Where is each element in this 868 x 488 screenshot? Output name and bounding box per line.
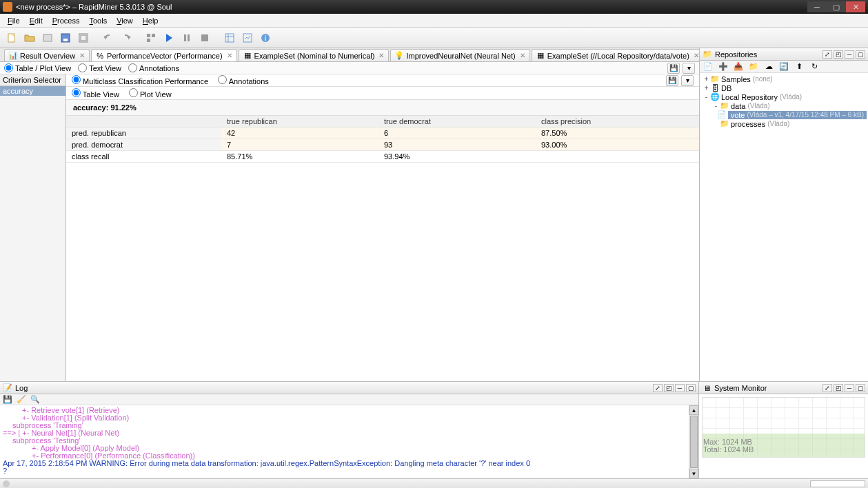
table-row: pred. republican 42 6 87.50% xyxy=(66,128,699,139)
menu-help[interactable]: Help xyxy=(138,15,163,26)
refresh-button[interactable]: ↻ xyxy=(809,61,820,72)
minimize-button[interactable]: ─ xyxy=(807,1,827,12)
results-view-button[interactable] xyxy=(240,30,255,45)
table-row: class recall 85.71% 93.94% xyxy=(66,151,699,163)
menu-tools[interactable]: Tools xyxy=(84,15,112,26)
scroll-down[interactable]: ▼ xyxy=(689,469,698,478)
repositories-header: 📁 Repositories ⤢ ◰ ─ ▢ xyxy=(700,48,868,61)
tab-example-set-nominal[interactable]: ▦ ExampleSet (Nominal to Numerical) ✕ xyxy=(239,49,390,61)
panel-btn[interactable]: ─ xyxy=(845,384,854,392)
tab-result-overview[interactable]: 📊 Result Overview ✕ xyxy=(4,49,90,61)
folder-button[interactable]: 📁 xyxy=(748,61,759,72)
radio-perf-annotations[interactable]: Annotations xyxy=(218,75,269,85)
new-repo-button[interactable]: 📄 xyxy=(703,61,714,72)
close-icon[interactable]: ✕ xyxy=(520,52,525,59)
table-icon: ▦ xyxy=(243,52,252,60)
export-button[interactable]: 💾 xyxy=(667,63,680,74)
design-view-button[interactable] xyxy=(222,30,237,45)
open-recent-button[interactable] xyxy=(40,30,55,45)
menu-view[interactable]: View xyxy=(112,15,138,26)
tree-item[interactable]: -🌐Local Repository(Vláda) xyxy=(701,92,867,101)
log-body: +- Retrieve vote[1] (Retrieve)+- Validat… xyxy=(0,405,698,478)
tree-item[interactable]: +🗄DB xyxy=(701,83,867,92)
window-title: <new process*> – RapidMiner 5.3.013 @ So… xyxy=(16,3,807,11)
menu-file[interactable]: File xyxy=(3,15,25,26)
redo-button[interactable] xyxy=(119,30,134,45)
add-repo-button[interactable]: ➕ xyxy=(718,61,729,72)
panel-btn[interactable]: ⤢ xyxy=(653,384,663,392)
close-icon[interactable]: ✕ xyxy=(79,52,85,59)
run-button[interactable] xyxy=(161,30,176,45)
col-header xyxy=(66,116,221,128)
svg-text:i: i xyxy=(265,34,266,42)
sync-button[interactable]: 🔄 xyxy=(778,61,789,72)
panel-btn[interactable]: ◰ xyxy=(664,384,674,392)
info-button[interactable]: i xyxy=(258,30,273,45)
tab-example-set-vote[interactable]: ▦ ExampleSet (//Local Repository/data/vo… xyxy=(532,49,699,61)
tree-item[interactable]: -📁data(Vláda) xyxy=(701,101,867,110)
log-icon: 📝 xyxy=(3,383,12,393)
svg-rect-12 xyxy=(225,34,234,42)
close-icon[interactable]: ✕ xyxy=(379,52,384,59)
save-log-button[interactable]: 💾 xyxy=(3,395,12,404)
radio-text-view[interactable]: Text View xyxy=(78,63,121,72)
menu-process[interactable]: Process xyxy=(48,15,85,26)
export-dropdown[interactable]: ▾ xyxy=(683,63,695,74)
radio-table-plot[interactable]: Table / Plot View xyxy=(4,63,71,72)
up-button[interactable]: ⬆ xyxy=(794,61,805,72)
radio-plot-view[interactable]: Plot View xyxy=(129,88,172,99)
cloud-button[interactable]: ☁ xyxy=(763,61,774,72)
new-button[interactable] xyxy=(4,30,19,45)
panel-btn[interactable]: ⤢ xyxy=(822,384,832,392)
manage-button[interactable] xyxy=(143,30,159,45)
panel-btn[interactable]: ▢ xyxy=(686,384,696,392)
radio-table-view[interactable]: Table View xyxy=(72,88,119,99)
panel-btn[interactable]: ─ xyxy=(675,384,685,392)
view-mode-row: Table / Plot View Text View Annotations … xyxy=(0,62,699,74)
svg-rect-9 xyxy=(184,34,186,41)
svg-rect-7 xyxy=(152,34,155,37)
tab-label: Result Overview xyxy=(20,52,75,60)
scrollbar[interactable]: ▲ ▼ xyxy=(689,405,698,478)
menu-edit[interactable]: Edit xyxy=(25,15,48,26)
tree-item[interactable]: +📁Samples(none) xyxy=(701,74,867,83)
tab-label: ExampleSet (//Local Repository/data/vote… xyxy=(547,52,689,60)
scroll-thumb[interactable] xyxy=(690,416,698,468)
criterion-panel: Criterion Selector accuracy xyxy=(0,74,66,381)
undo-button[interactable] xyxy=(101,30,116,45)
scroll-up[interactable]: ▲ xyxy=(689,405,698,415)
close-icon[interactable]: ✕ xyxy=(227,52,232,59)
radio-annotations[interactable]: Annotations xyxy=(128,63,179,72)
export-button[interactable]: 💾 xyxy=(666,75,678,86)
tree-item[interactable]: 📁processes(Vláda) xyxy=(701,119,867,128)
svg-rect-11 xyxy=(201,34,208,41)
stop-button[interactable] xyxy=(197,30,212,45)
col-header: class precision xyxy=(536,116,699,128)
panel-btn[interactable]: ◰ xyxy=(834,384,843,392)
percent-icon: % xyxy=(96,52,104,60)
log-line: Apr 17, 2015 2:18:54 PM WARNING: Error d… xyxy=(3,460,696,467)
log-title: Log xyxy=(15,384,650,392)
close-icon[interactable]: ✕ xyxy=(694,52,699,59)
search-log-button[interactable]: 🔍 xyxy=(30,395,40,404)
panel-btn[interactable]: ─ xyxy=(845,50,854,59)
clear-log-button[interactable]: 🧹 xyxy=(17,395,26,404)
radio-multiclass[interactable]: Multiclass Classification Performance xyxy=(72,75,208,85)
import-button[interactable]: 📥 xyxy=(733,61,744,72)
panel-btn[interactable]: ▢ xyxy=(856,50,865,59)
tree-item[interactable]: 📄vote(Vláda – v1, 4/17/15 12:48 PM – 6 k… xyxy=(701,110,867,119)
save-as-button[interactable] xyxy=(76,30,91,45)
pause-button[interactable] xyxy=(179,30,194,45)
open-button[interactable] xyxy=(22,30,37,45)
tab-performance-vector[interactable]: % PerformanceVector (Performance) ✕ xyxy=(91,49,237,61)
panel-btn[interactable]: ◰ xyxy=(834,50,843,59)
save-button[interactable] xyxy=(58,30,73,45)
panel-btn[interactable]: ▢ xyxy=(856,384,865,392)
close-button[interactable]: ✕ xyxy=(846,1,865,12)
export-dropdown[interactable]: ▾ xyxy=(681,75,694,86)
main-toolbar: i xyxy=(0,28,868,48)
tab-neural-net[interactable]: 💡 ImprovedNeuralNet (Neural Net) ✕ xyxy=(390,49,529,61)
panel-btn[interactable]: ⤢ xyxy=(822,50,832,59)
maximize-button[interactable]: ▢ xyxy=(827,1,846,12)
criterion-accuracy[interactable]: accuracy xyxy=(0,86,65,96)
